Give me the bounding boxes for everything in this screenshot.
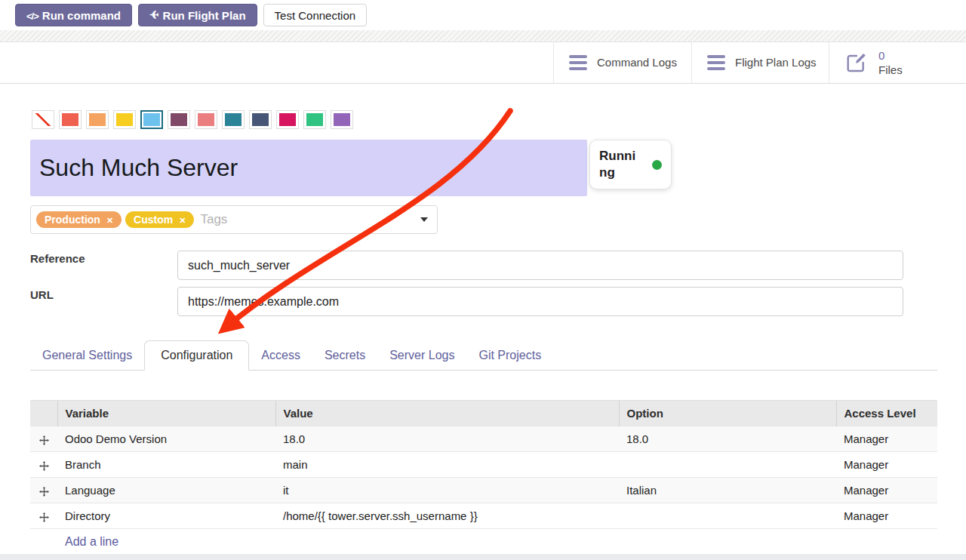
files-count: 0 xyxy=(878,48,903,63)
color-swatch[interactable] xyxy=(249,110,272,129)
color-swatch[interactable] xyxy=(303,110,326,129)
cell-access-level[interactable]: Manager xyxy=(836,503,937,529)
drag-handle-column-header xyxy=(30,401,57,426)
drag-handle[interactable] xyxy=(30,426,57,452)
tag-custom[interactable]: Custom xyxy=(125,211,194,228)
cell-option[interactable]: 18.0 xyxy=(619,426,836,452)
table-row[interactable]: Odoo Demo Version 18.0 18.0 Manager xyxy=(30,426,937,452)
color-swatch[interactable] xyxy=(59,110,82,129)
tab-server-logs[interactable]: Server Logs xyxy=(377,341,466,370)
command-logs-label: Command Logs xyxy=(597,55,677,70)
command-logs-button[interactable]: Command Logs xyxy=(553,42,691,83)
reference-label: Reference xyxy=(30,252,85,265)
tags-placeholder: Tags xyxy=(200,212,227,227)
tag-label: Custom xyxy=(134,214,173,225)
color-swatch[interactable] xyxy=(168,110,190,129)
list-icon xyxy=(569,55,587,70)
notebook-tabs: General Settings Configuration Access Se… xyxy=(30,341,937,371)
table-row[interactable]: Language it Italian Manager xyxy=(30,478,937,503)
tag-production[interactable]: Production xyxy=(36,211,122,228)
cell-value[interactable]: main xyxy=(275,452,619,478)
run-flight-plan-label: Run Flight Plan xyxy=(163,9,246,22)
top-toolbar: Run command Run Flight Plan Test Connect… xyxy=(0,0,966,30)
cell-value[interactable]: /home/{{ tower.server.ssh_username }} xyxy=(275,503,619,529)
cell-access-level[interactable]: Manager xyxy=(836,478,937,503)
close-icon[interactable] xyxy=(106,214,113,225)
flight-plan-logs-label: Flight Plan Logs xyxy=(735,55,817,70)
tab-secrets[interactable]: Secrets xyxy=(312,341,377,370)
column-header-variable: Variable xyxy=(57,401,275,426)
server-name-input[interactable] xyxy=(30,140,587,196)
cell-option[interactable] xyxy=(619,452,836,478)
tab-configuration[interactable]: Configuration xyxy=(144,340,249,371)
color-swatch[interactable] xyxy=(86,110,109,129)
flight-plan-logs-button[interactable]: Flight Plan Logs xyxy=(691,42,829,83)
list-icon xyxy=(707,55,725,70)
color-swatch-none[interactable] xyxy=(32,110,54,129)
column-header-access-level: Access Level xyxy=(836,401,937,426)
server-form-page: Run command Run Flight Plan Test Connect… xyxy=(0,0,966,560)
status-label: Running xyxy=(599,148,640,181)
table-header-row: Variable Value Option Access Level xyxy=(30,401,937,426)
drag-handle[interactable] xyxy=(30,503,57,529)
edit-icon xyxy=(844,51,869,75)
drag-handle[interactable] xyxy=(30,452,57,478)
tags-field[interactable]: Production Custom Tags xyxy=(30,205,438,234)
cell-access-level[interactable]: Manager xyxy=(836,426,937,452)
reference-input[interactable] xyxy=(177,251,903,280)
cell-value[interactable]: 18.0 xyxy=(275,426,619,452)
cell-variable[interactable]: Odoo Demo Version xyxy=(57,426,275,452)
column-header-value: Value xyxy=(275,401,619,426)
test-connection-label: Test Connection xyxy=(275,9,356,22)
table-row[interactable]: Branch main Manager xyxy=(30,452,937,478)
files-button[interactable]: 0 Files xyxy=(829,42,966,83)
tab-general-settings[interactable]: General Settings xyxy=(30,341,144,370)
drag-handle[interactable] xyxy=(30,478,57,503)
color-swatch[interactable] xyxy=(113,110,136,129)
test-connection-button[interactable]: Test Connection xyxy=(263,4,368,26)
status-widget: Running xyxy=(589,140,672,189)
cell-variable[interactable]: Branch xyxy=(57,452,275,478)
cell-access-level[interactable]: Manager xyxy=(836,452,937,478)
files-label: Files xyxy=(878,63,903,78)
add-a-line-link[interactable]: Add a line xyxy=(65,535,118,548)
url-input[interactable] xyxy=(177,287,903,316)
tab-git-projects[interactable]: Git Projects xyxy=(466,341,553,370)
run-command-label: Run command xyxy=(42,9,121,22)
column-header-option: Option xyxy=(619,401,836,426)
table-row[interactable]: Directory /home/{{ tower.server.ssh_user… xyxy=(30,503,937,529)
chevron-down-icon[interactable] xyxy=(420,217,428,222)
tag-label: Production xyxy=(45,214,100,225)
cell-option[interactable] xyxy=(619,503,836,529)
no-color-icon xyxy=(35,113,51,126)
add-line-row: Add a line xyxy=(30,529,937,555)
plane-icon xyxy=(149,8,159,22)
status-dot xyxy=(652,160,662,170)
color-swatch-selected[interactable] xyxy=(140,110,163,129)
bottom-strip xyxy=(0,554,966,560)
cell-variable[interactable]: Language xyxy=(57,478,275,503)
color-swatch[interactable] xyxy=(276,110,299,129)
close-icon[interactable] xyxy=(179,214,186,225)
color-picker xyxy=(32,110,353,129)
header-band: Command Logs Flight Plan Logs 0 Files xyxy=(0,42,966,84)
cell-variable[interactable]: Directory xyxy=(57,503,275,529)
url-label: URL xyxy=(30,288,54,301)
color-swatch[interactable] xyxy=(222,110,245,129)
code-icon xyxy=(26,9,38,22)
tab-access[interactable]: Access xyxy=(249,341,312,370)
run-flight-plan-button[interactable]: Run Flight Plan xyxy=(138,4,257,26)
run-command-button[interactable]: Run command xyxy=(15,4,132,26)
cell-option[interactable]: Italian xyxy=(619,478,836,503)
color-swatch[interactable] xyxy=(195,110,217,129)
color-swatch[interactable] xyxy=(331,110,353,129)
configuration-variables-table: Variable Value Option Access Level Odoo … xyxy=(30,400,937,554)
cell-value[interactable]: it xyxy=(275,478,619,503)
divider-strip xyxy=(0,30,966,42)
